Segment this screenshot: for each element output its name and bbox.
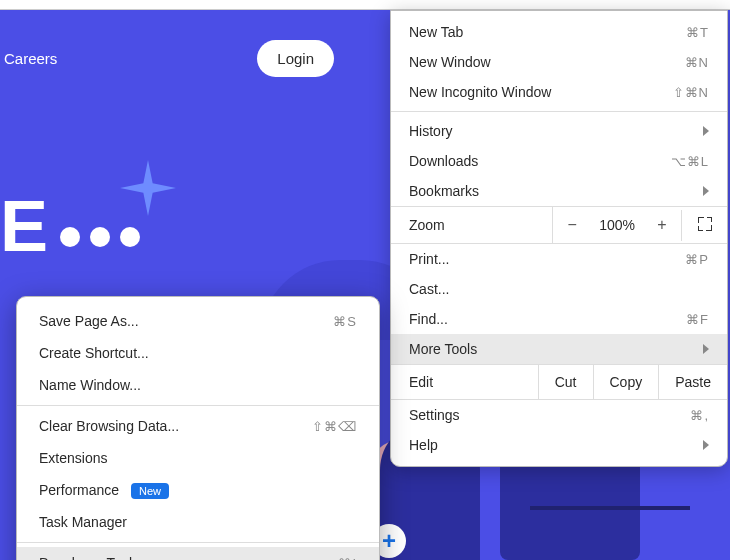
- menu-edit-row: Edit Cut Copy Paste: [391, 364, 727, 400]
- chevron-right-icon: [703, 344, 709, 354]
- submenu-task-manager[interactable]: Task Manager: [17, 506, 379, 538]
- menu-bookmarks[interactable]: Bookmarks: [391, 176, 727, 206]
- menu-separator: [391, 111, 727, 112]
- cut-button[interactable]: Cut: [538, 365, 593, 399]
- fullscreen-icon: [698, 217, 712, 231]
- menu-label: Developer Tools: [39, 555, 139, 560]
- submenu-create-shortcut[interactable]: Create Shortcut...: [17, 337, 379, 369]
- browser-main-menu: New Tab ⌘T New Window ⌘N New Incognito W…: [390, 10, 728, 467]
- more-tools-submenu: Save Page As... ⌘S Create Shortcut... Na…: [16, 296, 380, 560]
- edit-label: Edit: [391, 365, 538, 399]
- shortcut: ⌘N: [685, 55, 709, 70]
- menu-label: Clear Browsing Data...: [39, 418, 179, 434]
- shortcut: ⌥⌘L: [671, 154, 709, 169]
- menu-label: Performance: [39, 482, 119, 498]
- menu-label: Print...: [409, 251, 449, 267]
- fullscreen-button[interactable]: [681, 210, 727, 241]
- zoom-value: 100%: [591, 208, 643, 242]
- menu-new-tab[interactable]: New Tab ⌘T: [391, 17, 727, 47]
- menu-new-window[interactable]: New Window ⌘N: [391, 47, 727, 77]
- menu-downloads[interactable]: Downloads ⌥⌘L: [391, 146, 727, 176]
- chevron-right-icon: [703, 440, 709, 450]
- submenu-save-page[interactable]: Save Page As... ⌘S: [17, 305, 379, 337]
- menu-settings[interactable]: Settings ⌘,: [391, 400, 727, 430]
- paste-button[interactable]: Paste: [658, 365, 727, 399]
- menu-label: New Tab: [409, 24, 463, 40]
- menu-label: Help: [409, 437, 438, 453]
- menu-label: Settings: [409, 407, 460, 423]
- hero-text-fragment: E: [0, 190, 140, 262]
- menu-label: Cast...: [409, 281, 449, 297]
- login-button[interactable]: Login: [257, 40, 334, 77]
- menu-more-tools[interactable]: More Tools: [391, 334, 727, 364]
- menu-label: Bookmarks: [409, 183, 479, 199]
- shortcut: ⌘T: [686, 25, 709, 40]
- menu-print[interactable]: Print... ⌘P: [391, 244, 727, 274]
- submenu-clear-browsing-data[interactable]: Clear Browsing Data... ⇧⌘⌫: [17, 410, 379, 442]
- shortcut: ⇧⌘⌫: [312, 419, 357, 434]
- menu-zoom-row: Zoom − 100% +: [391, 206, 727, 244]
- zoom-in-button[interactable]: +: [643, 207, 681, 243]
- submenu-extensions[interactable]: Extensions: [17, 442, 379, 474]
- zoom-out-button[interactable]: −: [553, 207, 591, 243]
- nav-careers[interactable]: Careers: [4, 50, 57, 67]
- chevron-right-icon: [703, 186, 709, 196]
- menu-new-incognito[interactable]: New Incognito Window ⇧⌘N: [391, 77, 727, 107]
- shortcut: ⌘P: [685, 252, 709, 267]
- submenu-name-window[interactable]: Name Window...: [17, 369, 379, 401]
- menu-find[interactable]: Find... ⌘F: [391, 304, 727, 334]
- shortcut: ⇧⌘N: [673, 85, 709, 100]
- menu-label: Downloads: [409, 153, 478, 169]
- shortcut: ⌘,: [690, 408, 709, 423]
- chevron-right-icon: [703, 126, 709, 136]
- menu-label: Name Window...: [39, 377, 141, 393]
- submenu-performance[interactable]: Performance New: [17, 474, 379, 506]
- menu-label: New Window: [409, 54, 491, 70]
- menu-separator: [17, 542, 379, 543]
- menu-label: Task Manager: [39, 514, 127, 530]
- shortcut: ⌘S: [333, 314, 357, 329]
- copy-button[interactable]: Copy: [593, 365, 659, 399]
- menu-label: New Incognito Window: [409, 84, 551, 100]
- new-badge: New: [131, 483, 169, 499]
- menu-label: Find...: [409, 311, 448, 327]
- zoom-label: Zoom: [391, 208, 552, 242]
- site-header: Careers Login: [0, 40, 340, 77]
- shortcut: ⌥⌘I: [322, 556, 357, 561]
- submenu-developer-tools[interactable]: Developer Tools ⌥⌘I: [17, 547, 379, 560]
- menu-label: Save Page As...: [39, 313, 139, 329]
- shortcut: ⌘F: [686, 312, 709, 327]
- menu-label: History: [409, 123, 453, 139]
- browser-chrome-strip: [0, 0, 730, 10]
- menu-label: More Tools: [409, 341, 477, 357]
- menu-history[interactable]: History: [391, 116, 727, 146]
- menu-help[interactable]: Help: [391, 430, 727, 460]
- menu-label: Extensions: [39, 450, 107, 466]
- menu-separator: [17, 405, 379, 406]
- menu-cast[interactable]: Cast...: [391, 274, 727, 304]
- menu-label: Create Shortcut...: [39, 345, 149, 361]
